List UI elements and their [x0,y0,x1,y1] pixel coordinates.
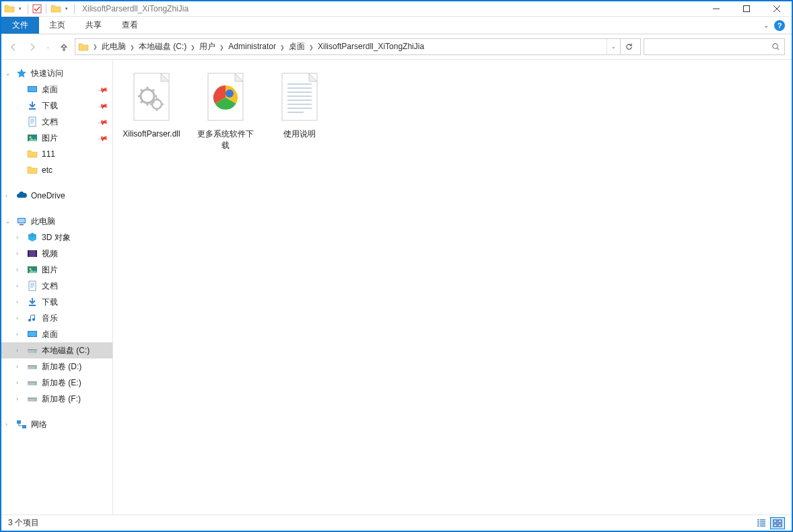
breadcrumb-separator-icon[interactable]: ❯ [307,44,316,50]
up-button[interactable] [56,39,72,55]
minimize-button[interactable] [701,1,731,16]
svg-rect-0 [33,5,41,13]
chevron-right-icon[interactable]: › [16,363,18,370]
file-name: XilisoftParser.dll [123,126,180,140]
svg-point-2 [773,44,778,48]
chevron-down-icon[interactable]: ⌄ [5,70,11,77]
breadcrumb-separator-icon[interactable]: ❯ [91,44,100,50]
address-dropdown-icon[interactable]: ⌄ [607,39,620,54]
breadcrumb-segment[interactable]: 本地磁盘 (C:) [137,42,188,51]
svg-point-27 [35,383,36,385]
chevron-right-icon[interactable]: › [16,234,18,241]
breadcrumb-separator-icon[interactable]: ❯ [278,44,287,50]
chevron-right-icon[interactable]: › [16,266,18,273]
drive-icon [27,361,38,372]
sidebar-item[interactable]: ›新加卷 (F:) [1,391,112,407]
svg-rect-4 [28,87,36,91]
sidebar-item[interactable]: 桌面📌 [1,81,112,98]
check-icon[interactable] [32,4,42,13]
maximize-button[interactable] [731,1,761,16]
breadcrumb-segment[interactable]: XilisoftParserdll_XiTongZhiJia [316,42,426,51]
chevron-right-icon[interactable]: › [5,192,7,199]
breadcrumb-segment[interactable]: 用户 [197,42,217,51]
sidebar-item-label: 文档 [42,116,58,128]
sidebar-onedrive[interactable]: › OneDrive [1,188,112,204]
file-list[interactable]: XilisoftParser.dll更多系统软件下载使用说明 [113,60,792,515]
breadcrumb-separator-icon[interactable]: ❯ [188,44,197,50]
sidebar-item-label: 3D 对象 [42,232,71,243]
search-input[interactable] [644,38,785,55]
sidebar-item[interactable]: ›新加卷 (E:) [1,375,112,391]
chevron-right-icon[interactable]: › [16,379,18,386]
sidebar-this-pc[interactable]: ⌄ 此电脑 [1,213,112,229]
quick-access-toolbar: ▾ ▾ [1,3,79,14]
svg-rect-9 [18,219,25,223]
sidebar-item[interactable]: ›下载 [1,294,112,310]
file-item[interactable]: 更多系统软件下载 [195,69,256,151]
back-button[interactable] [5,39,22,55]
chevron-right-icon[interactable]: › [16,347,18,354]
sidebar-item-label: 111 [42,149,55,159]
chevron-right-icon[interactable]: › [16,250,18,257]
tab-share[interactable]: 共享 [75,17,112,34]
chevron-right-icon[interactable]: › [16,331,18,338]
status-bar: 3 个项目 [1,515,792,531]
explorer-window: ▾ ▾ XilisoftParserdll_XiTongZhiJia 文件 主页… [1,1,792,531]
sidebar-item[interactable]: etc [1,162,112,178]
qat-customize-dropdown-icon[interactable]: ▾ [63,6,70,11]
svg-rect-26 [28,381,37,383]
chevron-right-icon[interactable]: › [16,395,18,402]
details-view-button[interactable] [754,517,769,529]
file-tab[interactable]: 文件 [1,17,39,34]
sidebar-network[interactable]: › 网络 [1,416,112,432]
sidebar-item[interactable]: ›文档 [1,278,112,294]
breadcrumb-separator-icon[interactable]: ❯ [217,44,226,50]
large-icons-view-button[interactable] [770,517,785,529]
sidebar-item[interactable]: ›音乐 [1,310,112,326]
sidebar-item[interactable]: ›图片 [1,262,112,278]
help-icon[interactable]: ? [774,20,785,31]
address-bar[interactable]: ❯ 此电脑❯本地磁盘 (C:)❯用户❯Administrator❯桌面❯Xili… [75,38,641,55]
sidebar-item[interactable]: ›本地磁盘 (C:) [1,342,112,358]
sidebar-item-label: 视频 [42,248,58,260]
doc-icon [27,116,38,127]
forward-button[interactable] [24,39,40,55]
close-button[interactable] [761,1,792,16]
tab-view[interactable]: 查看 [112,17,148,34]
music-icon [27,313,38,324]
sidebar-item[interactable]: 文档📌 [1,114,112,130]
svg-rect-1 [743,6,749,12]
pin-icon: 📌 [98,116,108,127]
chevron-right-icon[interactable]: › [16,315,18,321]
chevron-right-icon[interactable]: › [16,299,18,305]
folder-icon [27,165,38,176]
tab-home[interactable]: 主页 [39,17,75,34]
folder-icon[interactable] [50,3,61,14]
breadcrumb-segment[interactable]: Administrator [226,42,278,51]
history-dropdown-icon[interactable]: ⌄ [43,44,53,50]
file-item[interactable]: XilisoftParser.dll [121,69,182,151]
svg-rect-11 [28,250,37,257]
body: ⌄ 快速访问 桌面📌下载📌文档📌图片📌111etc › OneDrive ⌄ [1,60,792,515]
chevron-right-icon[interactable]: › [5,421,7,428]
breadcrumb-segment[interactable]: 此电脑 [100,42,128,51]
file-item[interactable]: 使用说明 [269,69,330,151]
sidebar-item[interactable]: ›新加卷 (D:) [1,358,112,375]
svg-rect-40 [778,520,782,523]
breadcrumb-segment[interactable]: 桌面 [287,42,307,51]
ribbon-expand-icon[interactable]: ⌄ [763,22,769,29]
chevron-down-icon[interactable]: ⌄ [5,218,11,225]
breadcrumb-separator-icon[interactable]: ❯ [128,44,137,50]
svg-point-30 [35,400,36,401]
chevron-right-icon[interactable]: › [16,282,18,289]
sidebar-item[interactable]: ›视频 [1,245,112,262]
sidebar-item[interactable]: ›桌面 [1,326,112,342]
search-icon[interactable] [771,42,780,51]
sidebar-item[interactable]: 下载📌 [1,98,112,114]
qat-dropdown-icon[interactable]: ▾ [17,6,24,11]
sidebar-item[interactable]: ›3D 对象 [1,229,112,245]
sidebar-quick-access[interactable]: ⌄ 快速访问 [1,65,112,81]
sidebar-item[interactable]: 111 [1,146,112,162]
refresh-button[interactable] [620,39,637,54]
sidebar-item[interactable]: 图片📌 [1,130,112,146]
